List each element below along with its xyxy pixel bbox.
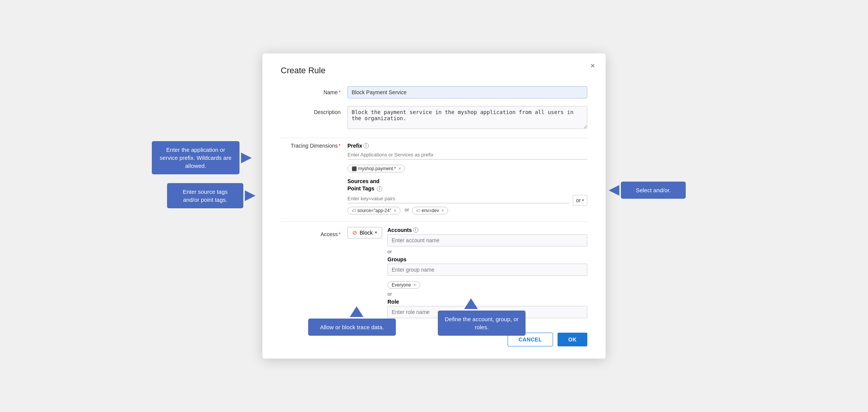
prefix-row: Prefix i ⬛ myshop.payment.* × (347, 143, 587, 172)
prefix-tags: ⬛ myshop.payment.* × (347, 163, 587, 172)
prefix-info-icon: i (363, 143, 369, 148)
accounts-section: Accounts i or Groups Everyone (387, 227, 587, 320)
source-tag-1: 🏷 source="app-24" × (347, 207, 400, 214)
groups-input[interactable] (387, 264, 587, 276)
tracing-content: Prefix i ⬛ myshop.payment.* × (347, 143, 587, 214)
access-block-button[interactable]: ⊘ Block ▾ (347, 227, 382, 238)
sources-input-row: 🏷 source="app-24" × or 🏷 env=dev (347, 194, 587, 214)
or-divider-2: or (387, 291, 587, 297)
access-accounts-row: Access* ⊘ Block ▾ Accounts i (281, 221, 587, 320)
sources-info-icon: i (377, 186, 382, 192)
tracing-label-row: Tracing Dimensions* Prefix i (281, 143, 587, 214)
dropdown-chevron-icon: ▾ (582, 198, 584, 202)
everyone-tag: Everyone × (387, 281, 420, 289)
description-input[interactable]: Block the payment service in the myshop … (347, 106, 587, 129)
tracing-label: Tracing Dimensions* (281, 143, 347, 149)
footer-buttons: CANCEL OK (281, 333, 587, 346)
dialog-title: Create Rule (281, 66, 587, 76)
role-label: Role (387, 299, 399, 305)
ok-button[interactable]: OK (558, 333, 587, 346)
cancel-button[interactable]: CANCEL (508, 333, 553, 346)
role-field: Role (387, 299, 587, 318)
name-control (347, 86, 587, 98)
tracing-section: Tracing Dimensions* Prefix i (281, 138, 587, 214)
tooltip-prefix: Enter the application or service prefix.… (152, 141, 240, 174)
image-icon: ⬛ (352, 166, 357, 171)
sources-input[interactable] (347, 194, 569, 203)
name-row: Name* (281, 86, 587, 98)
sources-tags: 🏷 source="app-24" × or 🏷 env=dev (347, 205, 569, 214)
prefix-tag: ⬛ myshop.payment.* × (347, 165, 405, 172)
accounts-input[interactable] (387, 234, 587, 246)
create-rule-dialog: Create Rule × Name* Description Block th… (262, 53, 606, 358)
tooltip-sourcetags: Enter source tags and/or point tags. (167, 183, 243, 208)
name-label: Name* (281, 86, 347, 95)
prefix-input-row: ⬛ myshop.payment.* × (347, 150, 587, 172)
tag-icon-2: 🏷 (416, 208, 420, 213)
block-chevron-icon: ▾ (375, 230, 377, 235)
sources-label: Sources and Point Tags i (347, 178, 587, 192)
sources-input-area: 🏷 source="app-24" × or 🏷 env=dev (347, 194, 569, 214)
remove-everyone-tag[interactable]: × (413, 282, 416, 288)
close-button[interactable]: × (590, 62, 595, 69)
description-label: Description (281, 106, 347, 115)
remove-tag-1[interactable]: × (394, 208, 396, 213)
access-label: Access* (281, 228, 347, 237)
groups-field: Groups Everyone × (387, 256, 587, 289)
prefix-label-text: Prefix (347, 143, 362, 149)
or-text-between-tags: or (405, 207, 409, 212)
description-control: Block the payment service in the myshop … (347, 106, 587, 130)
source-tag-2: 🏷 env=dev × (412, 207, 448, 214)
prefix-input[interactable] (347, 150, 587, 159)
block-icon: ⊘ (352, 229, 357, 236)
accounts-field: Accounts i (387, 227, 587, 246)
remove-tag-2[interactable]: × (441, 208, 444, 213)
description-row: Description Block the payment service in… (281, 106, 587, 130)
accounts-label: Accounts (387, 227, 412, 233)
remove-prefix-tag[interactable]: × (398, 166, 401, 171)
tag-icon-1: 🏷 (352, 208, 356, 213)
tooltip-andor: Select and/or. (621, 182, 686, 199)
groups-label: Groups (387, 256, 407, 262)
name-input[interactable] (347, 86, 587, 98)
groups-tags: Everyone × (387, 279, 587, 289)
access-control: Access* ⊘ Block ▾ (281, 227, 387, 238)
or-divider-1: or (387, 249, 587, 254)
accounts-info-icon: i (413, 227, 418, 233)
role-input[interactable] (387, 306, 587, 318)
sources-row: Sources and Point Tags i 🏷 (347, 178, 587, 214)
or-and-dropdown[interactable]: or ▾ (573, 195, 587, 206)
